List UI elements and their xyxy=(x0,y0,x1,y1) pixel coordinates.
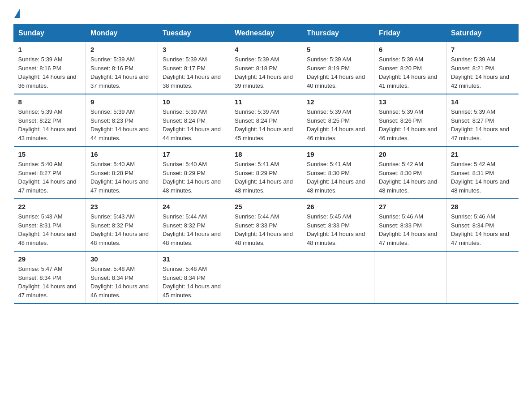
sunset-label: Sunset: 8:25 PM xyxy=(307,117,350,124)
sunrise-label: Sunrise: 5:39 AM xyxy=(379,108,423,115)
day-info: Sunrise: 5:48 AM Sunset: 8:34 PM Dayligh… xyxy=(90,265,153,300)
sunset-label: Sunset: 8:29 PM xyxy=(163,170,206,176)
daylight-label: Daylight: 14 hours and 47 minutes. xyxy=(379,231,437,246)
day-info: Sunrise: 5:45 AM Sunset: 8:33 PM Dayligh… xyxy=(307,212,369,247)
header-thursday: Thursday xyxy=(302,25,374,42)
day-number: 12 xyxy=(307,98,369,106)
sunrise-label: Sunrise: 5:39 AM xyxy=(379,56,423,63)
page-header xyxy=(13,9,519,17)
calendar-cell: 6 Sunrise: 5:39 AM Sunset: 8:20 PM Dayli… xyxy=(374,42,446,94)
daylight-label: Daylight: 14 hours and 38 minutes. xyxy=(163,73,221,89)
day-number: 24 xyxy=(163,203,225,210)
daylight-label: Daylight: 14 hours and 39 minutes. xyxy=(235,73,293,89)
daylight-label: Daylight: 14 hours and 48 minutes. xyxy=(307,178,365,194)
daylight-label: Daylight: 14 hours and 43 minutes. xyxy=(18,126,77,141)
day-number: 18 xyxy=(235,150,297,158)
calendar-cell: 5 Sunrise: 5:39 AM Sunset: 8:19 PM Dayli… xyxy=(302,42,374,94)
calendar-cell: 9 Sunrise: 5:39 AM Sunset: 8:23 PM Dayli… xyxy=(86,94,158,146)
calendar-cell: 10 Sunrise: 5:39 AM Sunset: 8:24 PM Dayl… xyxy=(158,94,230,146)
daylight-label: Daylight: 14 hours and 47 minutes. xyxy=(451,231,509,246)
day-info: Sunrise: 5:42 AM Sunset: 8:30 PM Dayligh… xyxy=(379,160,442,195)
day-number: 22 xyxy=(18,203,82,210)
calendar-cell: 27 Sunrise: 5:46 AM Sunset: 8:33 PM Dayl… xyxy=(374,199,446,251)
calendar-cell: 29 Sunrise: 5:47 AM Sunset: 8:34 PM Dayl… xyxy=(14,251,86,304)
calendar-cell xyxy=(446,251,519,304)
sunset-label: Sunset: 8:17 PM xyxy=(163,65,206,72)
day-info: Sunrise: 5:39 AM Sunset: 8:23 PM Dayligh… xyxy=(90,107,153,142)
daylight-label: Daylight: 14 hours and 47 minutes. xyxy=(90,178,149,194)
calendar-cell: 4 Sunrise: 5:39 AM Sunset: 8:18 PM Dayli… xyxy=(230,42,302,94)
sunset-label: Sunset: 8:22 PM xyxy=(18,117,61,124)
sunset-label: Sunset: 8:30 PM xyxy=(379,170,422,176)
day-number: 16 xyxy=(90,150,153,158)
sunset-label: Sunset: 8:31 PM xyxy=(451,170,494,176)
calendar-cell: 30 Sunrise: 5:48 AM Sunset: 8:34 PM Dayl… xyxy=(86,251,158,304)
day-info: Sunrise: 5:41 AM Sunset: 8:30 PM Dayligh… xyxy=(307,160,369,195)
day-number: 30 xyxy=(90,255,153,263)
day-number: 1 xyxy=(18,46,82,53)
day-info: Sunrise: 5:43 AM Sunset: 8:32 PM Dayligh… xyxy=(90,212,153,247)
day-info: Sunrise: 5:39 AM Sunset: 8:25 PM Dayligh… xyxy=(307,107,369,142)
header-sunday: Sunday xyxy=(14,25,86,42)
sunrise-label: Sunrise: 5:45 AM xyxy=(307,213,351,220)
daylight-label: Daylight: 14 hours and 48 minutes. xyxy=(163,178,221,194)
daylight-label: Daylight: 14 hours and 46 minutes. xyxy=(379,126,437,141)
calendar-cell: 15 Sunrise: 5:40 AM Sunset: 8:27 PM Dayl… xyxy=(14,146,86,199)
day-number: 6 xyxy=(379,46,442,53)
day-info: Sunrise: 5:43 AM Sunset: 8:31 PM Dayligh… xyxy=(18,212,82,247)
day-number: 17 xyxy=(163,150,225,158)
sunset-label: Sunset: 8:34 PM xyxy=(18,274,61,281)
day-info: Sunrise: 5:39 AM Sunset: 8:17 PM Dayligh… xyxy=(163,55,225,90)
day-number: 5 xyxy=(307,46,369,53)
daylight-label: Daylight: 14 hours and 47 minutes. xyxy=(451,126,509,141)
header-saturday: Saturday xyxy=(446,25,519,42)
daylight-label: Daylight: 14 hours and 45 minutes. xyxy=(235,126,293,141)
daylight-label: Daylight: 14 hours and 48 minutes. xyxy=(379,178,437,194)
day-info: Sunrise: 5:39 AM Sunset: 8:24 PM Dayligh… xyxy=(163,107,225,142)
day-info: Sunrise: 5:44 AM Sunset: 8:33 PM Dayligh… xyxy=(235,212,297,247)
sunset-label: Sunset: 8:27 PM xyxy=(18,170,61,176)
day-number: 11 xyxy=(235,98,297,106)
sunrise-label: Sunrise: 5:39 AM xyxy=(163,108,207,115)
sunset-label: Sunset: 8:32 PM xyxy=(163,222,206,229)
day-info: Sunrise: 5:39 AM Sunset: 8:19 PM Dayligh… xyxy=(307,55,369,90)
sunset-label: Sunset: 8:16 PM xyxy=(18,65,61,72)
sunset-label: Sunset: 8:31 PM xyxy=(18,222,61,229)
calendar-cell: 1 Sunrise: 5:39 AM Sunset: 8:16 PM Dayli… xyxy=(14,42,86,94)
sunset-label: Sunset: 8:23 PM xyxy=(90,117,133,124)
daylight-label: Daylight: 14 hours and 47 minutes. xyxy=(18,178,77,194)
sunrise-label: Sunrise: 5:43 AM xyxy=(18,213,63,220)
header-monday: Monday xyxy=(86,25,158,42)
daylight-label: Daylight: 14 hours and 37 minutes. xyxy=(90,73,149,89)
sunrise-label: Sunrise: 5:39 AM xyxy=(307,56,351,63)
day-number: 2 xyxy=(90,46,153,53)
sunset-label: Sunset: 8:34 PM xyxy=(163,274,206,281)
daylight-label: Daylight: 14 hours and 48 minutes. xyxy=(18,231,77,246)
calendar-cell: 12 Sunrise: 5:39 AM Sunset: 8:25 PM Dayl… xyxy=(302,94,374,146)
day-info: Sunrise: 5:40 AM Sunset: 8:29 PM Dayligh… xyxy=(163,160,225,195)
day-number: 28 xyxy=(451,203,514,210)
sunrise-label: Sunrise: 5:47 AM xyxy=(18,265,63,272)
day-info: Sunrise: 5:42 AM Sunset: 8:31 PM Dayligh… xyxy=(451,160,514,195)
day-info: Sunrise: 5:41 AM Sunset: 8:29 PM Dayligh… xyxy=(235,160,297,195)
calendar-cell: 16 Sunrise: 5:40 AM Sunset: 8:28 PM Dayl… xyxy=(86,146,158,199)
sunrise-label: Sunrise: 5:39 AM xyxy=(163,56,207,63)
daylight-label: Daylight: 14 hours and 48 minutes. xyxy=(307,231,365,246)
sunrise-label: Sunrise: 5:42 AM xyxy=(379,161,423,167)
daylight-label: Daylight: 14 hours and 48 minutes. xyxy=(451,178,509,194)
day-number: 3 xyxy=(163,46,225,53)
logo xyxy=(13,9,20,17)
calendar-week-row: 15 Sunrise: 5:40 AM Sunset: 8:27 PM Dayl… xyxy=(14,146,519,199)
calendar-cell: 19 Sunrise: 5:41 AM Sunset: 8:30 PM Dayl… xyxy=(302,146,374,199)
day-number: 10 xyxy=(163,98,225,106)
calendar-cell: 20 Sunrise: 5:42 AM Sunset: 8:30 PM Dayl… xyxy=(374,146,446,199)
calendar-cell: 21 Sunrise: 5:42 AM Sunset: 8:31 PM Dayl… xyxy=(446,146,519,199)
sunrise-label: Sunrise: 5:39 AM xyxy=(90,108,135,115)
day-number: 26 xyxy=(307,203,369,210)
sunrise-label: Sunrise: 5:48 AM xyxy=(90,265,135,272)
day-number: 23 xyxy=(90,203,153,210)
daylight-label: Daylight: 14 hours and 48 minutes. xyxy=(235,178,293,194)
daylight-label: Daylight: 14 hours and 41 minutes. xyxy=(379,73,437,89)
day-info: Sunrise: 5:39 AM Sunset: 8:16 PM Dayligh… xyxy=(18,55,82,90)
sunrise-label: Sunrise: 5:44 AM xyxy=(235,213,279,220)
